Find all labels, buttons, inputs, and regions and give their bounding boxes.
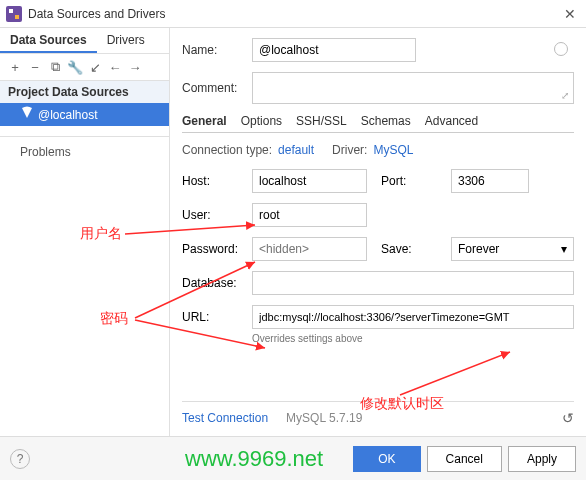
left-arrow-icon[interactable]: ← xyxy=(106,58,124,76)
tab-schemas[interactable]: Schemas xyxy=(361,114,411,128)
port-input[interactable] xyxy=(451,169,529,193)
undo-icon[interactable]: ↙ xyxy=(86,58,104,76)
tab-ssh-ssl[interactable]: SSH/SSL xyxy=(296,114,347,128)
chevron-down-icon: ▾ xyxy=(561,242,567,256)
leaf-icon xyxy=(20,106,34,123)
close-icon[interactable]: ✕ xyxy=(560,6,580,22)
datasource-item[interactable]: @localhost xyxy=(0,103,169,126)
svg-rect-1 xyxy=(9,9,13,13)
window-title: Data Sources and Drivers xyxy=(28,7,560,21)
wrench-icon[interactable]: 🔧 xyxy=(66,58,84,76)
copy-icon[interactable]: ⧉ xyxy=(46,58,64,76)
svg-rect-0 xyxy=(6,6,22,22)
right-panel: Name: Comment: ⤢ General Options SSH/SSL… xyxy=(170,28,586,436)
svg-rect-2 xyxy=(15,15,19,19)
tab-drivers[interactable]: Drivers xyxy=(97,28,155,53)
apply-button[interactable]: Apply xyxy=(508,446,576,472)
revert-icon[interactable]: ↺ xyxy=(562,410,574,426)
test-connection-link[interactable]: Test Connection xyxy=(182,411,268,425)
comment-input[interactable]: ⤢ xyxy=(252,72,574,104)
left-panel: Data Sources Drivers + − ⧉ 🔧 ↙ ← → Proje… xyxy=(0,28,170,436)
name-input[interactable] xyxy=(252,38,416,62)
expand-icon[interactable]: ⤢ xyxy=(561,90,569,101)
problems-item[interactable]: Problems xyxy=(0,136,169,167)
add-icon[interactable]: + xyxy=(6,58,24,76)
user-input[interactable] xyxy=(252,203,367,227)
left-tabs: Data Sources Drivers xyxy=(0,28,169,54)
tab-general[interactable]: General xyxy=(182,114,227,128)
port-label: Port: xyxy=(381,174,451,188)
tab-options[interactable]: Options xyxy=(241,114,282,128)
driver-link[interactable]: MySQL xyxy=(373,143,413,157)
right-tabs: General Options SSH/SSL Schemas Advanced xyxy=(182,114,574,133)
save-label: Save: xyxy=(381,242,451,256)
datasource-label: @localhost xyxy=(38,108,98,122)
remove-icon[interactable]: − xyxy=(26,58,44,76)
section-header: Project Data Sources xyxy=(0,81,169,103)
right-arrow-icon[interactable]: → xyxy=(126,58,144,76)
driver-label: Driver: xyxy=(332,143,367,157)
tab-data-sources[interactable]: Data Sources xyxy=(0,28,97,53)
save-select[interactable]: Forever ▾ xyxy=(451,237,574,261)
name-label: Name: xyxy=(182,43,252,57)
name-field-wrap xyxy=(252,38,574,62)
password-input[interactable] xyxy=(252,237,367,261)
overrides-label: Overrides settings above xyxy=(252,333,574,344)
app-icon xyxy=(6,6,22,22)
cancel-button[interactable]: Cancel xyxy=(427,446,502,472)
save-value: Forever xyxy=(458,242,499,256)
conn-type-label: Connection type: xyxy=(182,143,272,157)
comment-label: Comment: xyxy=(182,81,252,95)
url-input[interactable] xyxy=(252,305,574,329)
help-icon[interactable]: ? xyxy=(10,449,30,469)
conn-type-link[interactable]: default xyxy=(278,143,314,157)
url-label: URL: xyxy=(182,310,252,324)
user-label: User: xyxy=(182,208,252,222)
left-toolbar: + − ⧉ 🔧 ↙ ← → xyxy=(0,54,169,81)
title-bar: Data Sources and Drivers ✕ xyxy=(0,0,586,28)
host-input[interactable] xyxy=(252,169,367,193)
driver-version: MySQL 5.7.19 xyxy=(286,411,362,425)
password-label: Password: xyxy=(182,242,252,256)
color-circle-icon[interactable] xyxy=(554,42,568,56)
tab-advanced[interactable]: Advanced xyxy=(425,114,478,128)
database-label: Database: xyxy=(182,276,252,290)
right-bottom-bar: Test Connection MySQL 5.7.19 ↺ xyxy=(182,401,574,426)
connection-type-row: Connection type: default Driver: MySQL xyxy=(182,143,574,157)
ok-button[interactable]: OK xyxy=(353,446,420,472)
database-input[interactable] xyxy=(252,271,574,295)
host-label: Host: xyxy=(182,174,252,188)
dialog-footer: ? OK Cancel Apply xyxy=(0,436,586,480)
